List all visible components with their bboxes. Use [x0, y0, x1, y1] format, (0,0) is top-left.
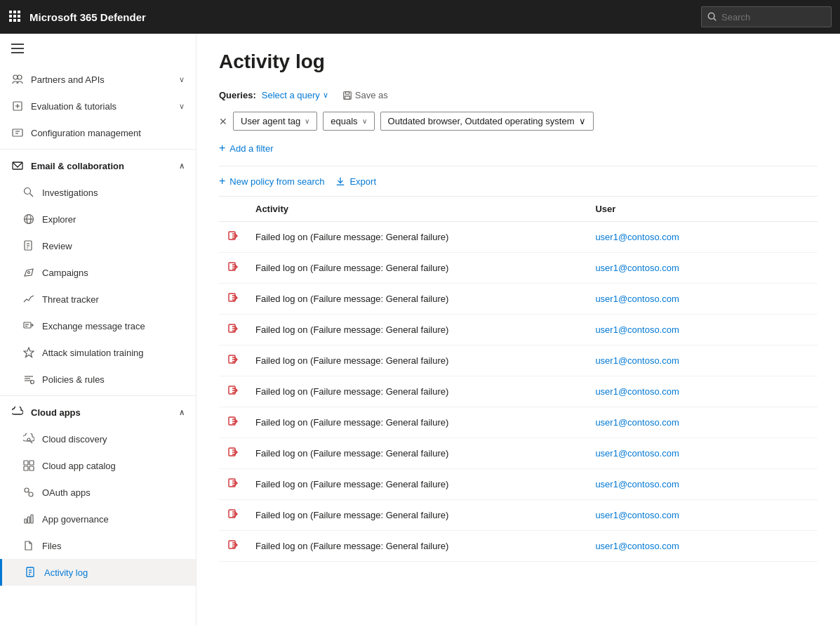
row-user-cell[interactable]: user1@contoso.com [587, 315, 818, 346]
table-row[interactable]: Failed log on (Failure message: General … [219, 500, 818, 531]
svg-rect-52 [28, 517, 30, 523]
user-link[interactable]: user1@contoso.com [595, 541, 679, 551]
add-filter-button[interactable]: + Add a filter [219, 142, 818, 154]
save-as-button[interactable]: Save as [342, 90, 388, 100]
sidebar-item-threat-tracker[interactable]: Threat tracker [0, 286, 196, 312]
table-row[interactable]: Failed log on (Failure message: General … [219, 253, 818, 284]
table-row[interactable]: Failed log on (Failure message: General … [219, 315, 818, 346]
sidebar-item-explorer[interactable]: Explorer [0, 206, 196, 232]
user-link[interactable]: user1@contoso.com [595, 232, 679, 242]
filter-value-dropdown[interactable]: Outdated browser, Outdated operating sys… [380, 112, 594, 131]
chevron-up-icon: ∧ [179, 408, 185, 417]
sidebar-item-review[interactable]: Review [0, 232, 196, 259]
sidebar-item-oauth-apps[interactable]: OAuth apps [0, 479, 196, 506]
sidebar-item-partners-apis[interactable]: Partners and APIs ∨ [0, 66, 196, 93]
sidebar-label: Policies & rules [42, 374, 105, 385]
user-link[interactable]: user1@contoso.com [595, 386, 679, 397]
table-row[interactable]: Failed log on (Failure message: General … [219, 531, 818, 562]
row-user-cell[interactable]: user1@contoso.com [587, 346, 818, 376]
sidebar-label: Activity log [44, 567, 88, 578]
sidebar-item-cloud-discovery[interactable]: Cloud discovery [0, 426, 196, 452]
filter-field-dropdown[interactable]: User agent tag ∨ [233, 112, 317, 131]
user-link[interactable]: user1@contoso.com [595, 294, 679, 304]
user-link[interactable]: user1@contoso.com [595, 479, 679, 489]
table-row[interactable]: Failed log on (Failure message: General … [219, 469, 818, 500]
user-link[interactable]: user1@contoso.com [595, 510, 679, 520]
user-link[interactable]: user1@contoso.com [595, 324, 679, 335]
filter-clear-button[interactable]: ✕ [219, 116, 227, 127]
user-link[interactable]: user1@contoso.com [595, 355, 679, 366]
row-user-cell[interactable]: user1@contoso.com [587, 376, 818, 407]
grid-icon[interactable] [8, 10, 21, 25]
table-row[interactable]: Failed log on (Failure message: General … [219, 346, 818, 376]
chevron-down-icon: ∨ [179, 102, 185, 111]
export-button[interactable]: Export [335, 176, 376, 187]
row-activity-cell: Failed log on (Failure message: General … [247, 531, 587, 562]
row-icon-cell [219, 376, 247, 407]
row-activity-icon [227, 478, 239, 489]
sidebar-item-policies-rules[interactable]: Policies & rules [0, 366, 196, 393]
table-row[interactable]: Failed log on (Failure message: General … [219, 438, 818, 469]
sidebar-item-app-governance[interactable]: App governance [0, 506, 196, 532]
row-user-cell[interactable]: user1@contoso.com [587, 253, 818, 284]
sidebar-label: Cloud app catalog [42, 461, 116, 471]
filter-operator-dropdown[interactable]: equals ∨ [323, 112, 374, 131]
select-query-label: Select a query [262, 90, 320, 100]
row-icon-cell [219, 438, 247, 469]
cloud-discovery-icon [22, 433, 35, 445]
sidebar-item-email-collab[interactable]: Email & collaboration ∧ [0, 152, 196, 179]
filter-bar: ✕ User agent tag ∨ equals ∨ Outdated bro… [219, 112, 818, 131]
filter-field-label: User agent tag [241, 116, 300, 126]
user-link[interactable]: user1@contoso.com [595, 448, 679, 459]
row-user-cell[interactable]: user1@contoso.com [587, 284, 818, 315]
new-policy-button[interactable]: + New policy from search [219, 175, 324, 188]
user-link[interactable]: user1@contoso.com [595, 263, 679, 273]
sidebar-item-config-mgmt[interactable]: Configuration management [0, 119, 196, 146]
sidebar-item-files[interactable]: Files [0, 532, 196, 559]
row-user-cell[interactable]: user1@contoso.com [587, 438, 818, 469]
sidebar-label: Files [42, 541, 61, 551]
sidebar-item-exchange-trace[interactable]: Exchange message trace [0, 312, 196, 339]
sidebar-item-attack-sim[interactable]: Attack simulation training [0, 339, 196, 366]
table-row[interactable]: Failed log on (Failure message: General … [219, 376, 818, 407]
row-user-cell[interactable]: user1@contoso.com [587, 222, 818, 253]
row-user-cell[interactable]: user1@contoso.com [587, 469, 818, 500]
svg-rect-8 [18, 19, 20, 22]
search-box[interactable] [701, 6, 832, 27]
sidebar-item-activity-log[interactable]: Activity log [0, 559, 196, 586]
select-query-dropdown[interactable]: Select a query ∨ [262, 90, 328, 100]
sidebar-item-investigations[interactable]: Investigations [0, 179, 196, 206]
sidebar-label: Investigations [42, 188, 98, 198]
sidebar-item-eval-tutorials[interactable]: Evaluation & tutorials ∨ [0, 93, 196, 119]
svg-rect-1 [13, 11, 16, 13]
sidebar-item-cloud-app-catalog[interactable]: Cloud app catalog [0, 452, 196, 479]
row-activity-cell: Failed log on (Failure message: General … [247, 500, 587, 531]
filter-operator-chevron: ∨ [362, 117, 367, 125]
add-filter-plus-icon: + [219, 142, 225, 154]
row-icon-cell [219, 222, 247, 253]
row-user-cell[interactable]: user1@contoso.com [587, 531, 818, 562]
col-activity-header: Activity [247, 197, 587, 222]
svg-rect-13 [11, 52, 24, 53]
config-icon [11, 126, 24, 139]
sidebar-item-campaigns[interactable]: Campaigns [0, 259, 196, 286]
sidebar-item-cloud-apps[interactable]: Cloud apps ∧ [0, 399, 196, 426]
review-icon [22, 239, 35, 252]
table-row[interactable]: Failed log on (Failure message: General … [219, 407, 818, 438]
row-activity-icon [227, 447, 239, 458]
table-row[interactable]: Failed log on (Failure message: General … [219, 284, 818, 315]
sidebar-label: Configuration management [31, 128, 141, 138]
sidebar-label: Partners and APIs [31, 74, 105, 85]
row-user-cell[interactable]: user1@contoso.com [587, 407, 818, 438]
table-row[interactable]: Failed log on (Failure message: General … [219, 222, 818, 253]
main-layout: Partners and APIs ∨ Evaluation & tutoria… [0, 34, 840, 625]
search-input[interactable] [721, 12, 825, 22]
row-icon-cell [219, 284, 247, 315]
row-activity-icon [227, 354, 239, 365]
hamburger-button[interactable] [0, 34, 196, 66]
user-link[interactable]: user1@contoso.com [595, 417, 679, 428]
policies-icon [22, 373, 35, 386]
row-user-cell[interactable]: user1@contoso.com [587, 500, 818, 531]
sidebar-label: Email & collaboration [31, 161, 124, 171]
col-user-header: User [587, 197, 818, 222]
